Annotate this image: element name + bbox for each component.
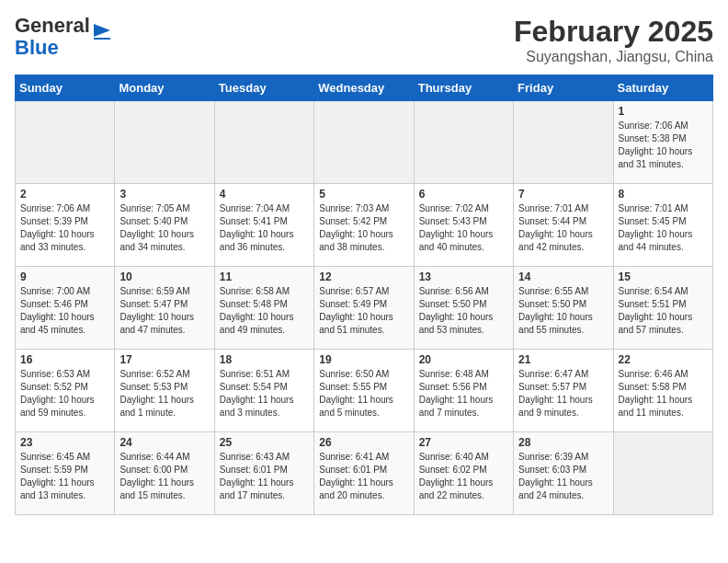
day-info: Sunrise: 6:44 AM Sunset: 6:00 PM Dayligh… xyxy=(119,451,209,502)
day-number: 13 xyxy=(419,270,508,283)
calendar-cell: 7Sunrise: 7:01 AM Sunset: 5:44 PM Daylig… xyxy=(514,184,613,267)
svg-marker-0 xyxy=(94,24,110,37)
week-row-4: 16Sunrise: 6:53 AM Sunset: 5:52 PM Dayli… xyxy=(16,350,713,432)
calendar-cell: 2Sunrise: 7:06 AM Sunset: 5:39 PM Daylig… xyxy=(16,184,115,267)
day-info: Sunrise: 7:00 AM Sunset: 5:46 PM Dayligh… xyxy=(20,285,109,337)
calendar-cell: 9Sunrise: 7:00 AM Sunset: 5:46 PM Daylig… xyxy=(16,267,115,350)
calendar-cell: 27Sunrise: 6:40 AM Sunset: 6:02 PM Dayli… xyxy=(414,432,513,515)
calendar-cell xyxy=(115,101,214,184)
day-info: Sunrise: 6:43 AM Sunset: 6:01 PM Dayligh… xyxy=(220,451,309,502)
day-info: Sunrise: 7:04 AM Sunset: 5:41 PM Dayligh… xyxy=(220,202,309,254)
day-number: 10 xyxy=(119,270,209,283)
header-day-sunday: Sunday xyxy=(16,75,115,101)
calendar-cell xyxy=(514,101,613,184)
logo: General Blue xyxy=(15,15,114,59)
calendar-cell xyxy=(214,101,313,184)
day-info: Sunrise: 6:59 AM Sunset: 5:47 PM Dayligh… xyxy=(119,285,209,337)
calendar-cell xyxy=(314,101,414,184)
day-info: Sunrise: 6:57 AM Sunset: 5:49 PM Dayligh… xyxy=(319,285,408,337)
week-row-3: 9Sunrise: 7:00 AM Sunset: 5:46 PM Daylig… xyxy=(16,267,713,350)
day-number: 18 xyxy=(220,353,309,366)
day-info: Sunrise: 6:52 AM Sunset: 5:53 PM Dayligh… xyxy=(119,368,209,419)
calendar-cell: 5Sunrise: 7:03 AM Sunset: 5:42 PM Daylig… xyxy=(314,184,414,267)
day-number: 8 xyxy=(619,188,708,201)
day-info: Sunrise: 7:05 AM Sunset: 5:40 PM Dayligh… xyxy=(119,202,209,254)
day-info: Sunrise: 6:48 AM Sunset: 5:56 PM Dayligh… xyxy=(419,368,508,419)
day-number: 1 xyxy=(619,105,708,118)
day-number: 9 xyxy=(20,270,109,283)
calendar-cell: 15Sunrise: 6:54 AM Sunset: 5:51 PM Dayli… xyxy=(613,267,712,350)
day-info: Sunrise: 6:45 AM Sunset: 5:59 PM Dayligh… xyxy=(20,451,109,502)
header-day-monday: Monday xyxy=(115,75,214,101)
calendar-cell: 14Sunrise: 6:55 AM Sunset: 5:50 PM Dayli… xyxy=(514,267,613,350)
calendar-cell xyxy=(16,101,115,184)
calendar-cell: 18Sunrise: 6:51 AM Sunset: 5:54 PM Dayli… xyxy=(214,350,313,432)
day-number: 3 xyxy=(119,188,209,201)
day-info: Sunrise: 6:50 AM Sunset: 5:55 PM Dayligh… xyxy=(319,368,408,419)
day-number: 20 xyxy=(419,353,508,366)
day-number: 22 xyxy=(619,353,708,366)
week-row-5: 23Sunrise: 6:45 AM Sunset: 5:59 PM Dayli… xyxy=(16,432,713,515)
day-number: 16 xyxy=(20,353,109,366)
day-info: Sunrise: 6:56 AM Sunset: 5:50 PM Dayligh… xyxy=(419,285,508,337)
day-number: 6 xyxy=(419,188,508,201)
header-row: SundayMondayTuesdayWednesdayThursdayFrid… xyxy=(16,75,713,101)
header-day-thursday: Thursday xyxy=(414,75,513,101)
calendar-cell: 19Sunrise: 6:50 AM Sunset: 5:55 PM Dayli… xyxy=(314,350,414,432)
logo-general: General xyxy=(15,15,90,37)
calendar-cell: 10Sunrise: 6:59 AM Sunset: 5:47 PM Dayli… xyxy=(115,267,214,350)
day-info: Sunrise: 7:01 AM Sunset: 5:44 PM Dayligh… xyxy=(518,202,608,254)
day-info: Sunrise: 6:58 AM Sunset: 5:48 PM Dayligh… xyxy=(220,285,309,337)
day-info: Sunrise: 6:47 AM Sunset: 5:57 PM Dayligh… xyxy=(518,368,608,419)
calendar-table: SundayMondayTuesdayWednesdayThursdayFrid… xyxy=(15,75,713,515)
day-number: 24 xyxy=(119,436,209,449)
day-number: 11 xyxy=(220,270,309,283)
day-info: Sunrise: 7:01 AM Sunset: 5:45 PM Dayligh… xyxy=(619,202,708,254)
day-info: Sunrise: 6:51 AM Sunset: 5:54 PM Dayligh… xyxy=(220,368,309,419)
calendar-cell: 17Sunrise: 6:52 AM Sunset: 5:53 PM Dayli… xyxy=(115,350,214,432)
day-number: 2 xyxy=(20,188,109,201)
day-number: 4 xyxy=(220,188,309,201)
calendar-cell: 16Sunrise: 6:53 AM Sunset: 5:52 PM Dayli… xyxy=(16,350,115,432)
day-number: 21 xyxy=(518,353,608,366)
calendar-cell: 6Sunrise: 7:02 AM Sunset: 5:43 PM Daylig… xyxy=(414,184,513,267)
logo-icon xyxy=(94,20,114,40)
header-day-wednesday: Wednesday xyxy=(314,75,414,101)
day-info: Sunrise: 6:54 AM Sunset: 5:51 PM Dayligh… xyxy=(619,285,708,337)
calendar-cell: 22Sunrise: 6:46 AM Sunset: 5:58 PM Dayli… xyxy=(613,350,712,432)
calendar-cell: 28Sunrise: 6:39 AM Sunset: 6:03 PM Dayli… xyxy=(514,432,613,515)
day-number: 17 xyxy=(119,353,209,366)
header-day-tuesday: Tuesday xyxy=(214,75,313,101)
day-info: Sunrise: 6:46 AM Sunset: 5:58 PM Dayligh… xyxy=(619,368,708,419)
day-number: 12 xyxy=(319,270,408,283)
day-number: 7 xyxy=(518,188,608,201)
calendar-cell: 4Sunrise: 7:04 AM Sunset: 5:41 PM Daylig… xyxy=(214,184,313,267)
calendar-cell: 23Sunrise: 6:45 AM Sunset: 5:59 PM Dayli… xyxy=(16,432,115,515)
svg-rect-1 xyxy=(94,38,110,40)
calendar-cell: 13Sunrise: 6:56 AM Sunset: 5:50 PM Dayli… xyxy=(414,267,513,350)
calendar-cell: 25Sunrise: 6:43 AM Sunset: 6:01 PM Dayli… xyxy=(214,432,313,515)
calendar-cell: 21Sunrise: 6:47 AM Sunset: 5:57 PM Dayli… xyxy=(514,350,613,432)
calendar-cell: 12Sunrise: 6:57 AM Sunset: 5:49 PM Dayli… xyxy=(314,267,414,350)
day-info: Sunrise: 7:06 AM Sunset: 5:38 PM Dayligh… xyxy=(619,120,708,171)
day-info: Sunrise: 7:02 AM Sunset: 5:43 PM Dayligh… xyxy=(419,202,508,254)
day-number: 23 xyxy=(20,436,109,449)
day-number: 5 xyxy=(319,188,408,201)
day-info: Sunrise: 6:41 AM Sunset: 6:01 PM Dayligh… xyxy=(319,451,408,502)
calendar-cell: 26Sunrise: 6:41 AM Sunset: 6:01 PM Dayli… xyxy=(314,432,414,515)
calendar-cell: 11Sunrise: 6:58 AM Sunset: 5:48 PM Dayli… xyxy=(214,267,313,350)
title-block: February 2025 Suyangshan, Jiangsu, China xyxy=(514,15,713,65)
page-header: General Blue February 2025 Suyangshan, J… xyxy=(15,15,713,65)
day-info: Sunrise: 6:53 AM Sunset: 5:52 PM Dayligh… xyxy=(20,368,109,419)
calendar-cell: 24Sunrise: 6:44 AM Sunset: 6:00 PM Dayli… xyxy=(115,432,214,515)
calendar-cell: 3Sunrise: 7:05 AM Sunset: 5:40 PM Daylig… xyxy=(115,184,214,267)
calendar-title: February 2025 xyxy=(514,15,713,49)
day-info: Sunrise: 6:39 AM Sunset: 6:03 PM Dayligh… xyxy=(518,451,608,502)
day-number: 28 xyxy=(518,436,608,449)
calendar-cell xyxy=(414,101,513,184)
day-info: Sunrise: 6:55 AM Sunset: 5:50 PM Dayligh… xyxy=(518,285,608,337)
calendar-cell: 8Sunrise: 7:01 AM Sunset: 5:45 PM Daylig… xyxy=(613,184,712,267)
day-number: 26 xyxy=(319,436,408,449)
day-number: 25 xyxy=(220,436,309,449)
calendar-cell xyxy=(613,432,712,515)
